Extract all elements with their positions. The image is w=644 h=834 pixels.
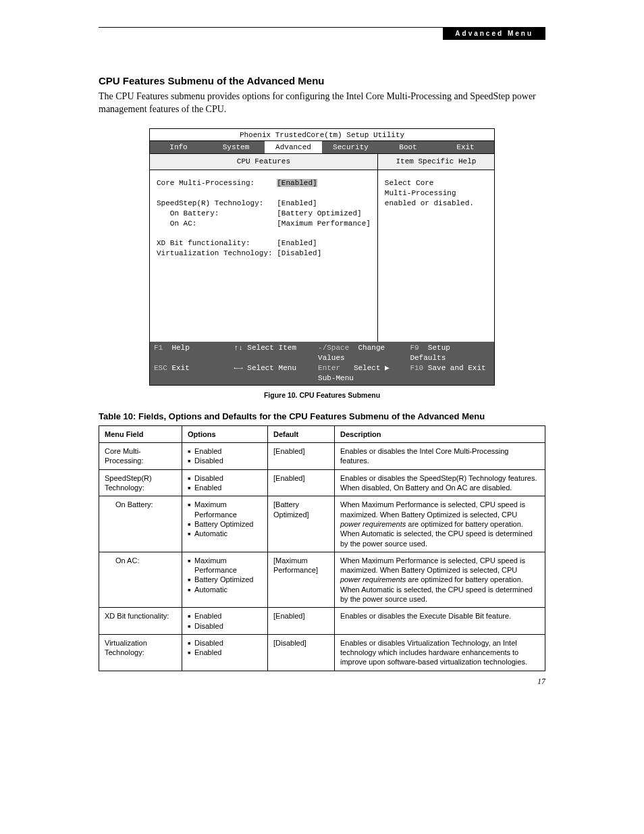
table-header-cell: Options: [182, 425, 268, 442]
option-item: Enabled: [194, 611, 262, 621]
bios-setting-row: [157, 229, 371, 239]
menu-field-cell: On AC:: [99, 552, 182, 607]
menu-field-cell: SpeedStep(R) Technology:: [99, 469, 182, 496]
menu-field-cell: Virtualization Technology:: [99, 634, 182, 671]
bios-tab-exit: Exit: [437, 141, 494, 154]
option-item: Disabled: [194, 473, 262, 483]
bios-setting-row: SpeedStep(R) Technology: [Enabled]: [157, 199, 371, 209]
options-cell: DisabledEnabled: [182, 469, 268, 496]
description-cell: Enables or disables the Intel Core Multi…: [335, 443, 545, 470]
bios-tab-boot: Boot: [379, 141, 437, 154]
bios-setting-row: Core Multi-Processing: [Enabled]: [157, 178, 371, 188]
bios-footer-cell: F10 Save and Exit: [410, 363, 490, 384]
option-item: Battery Optimized: [194, 519, 262, 529]
option-item: Enabled: [194, 446, 262, 456]
default-cell: [Enabled]: [268, 469, 335, 496]
option-item: Enabled: [194, 648, 262, 657]
table-row: Virtualization Technology:DisabledEnable…: [99, 634, 545, 671]
menu-field-cell: XD Bit functionality:: [99, 608, 182, 635]
option-item: Maximum Performance: [194, 500, 262, 519]
intro-paragraph: The CPU Features submenu provides option…: [99, 90, 545, 116]
bios-footer: F1 Help↑↓ Select Item-/Space Change Valu…: [150, 342, 494, 384]
bios-setting-row: [157, 188, 371, 199]
option-item: Disabled: [194, 456, 262, 465]
options-cell: Maximum PerformanceBattery OptimizedAuto…: [182, 552, 268, 607]
option-item: Disabled: [194, 638, 262, 648]
options-cell: Maximum PerformanceBattery OptimizedAuto…: [182, 496, 268, 552]
menu-field-cell: On Battery:: [99, 496, 182, 552]
bios-footer-cell: F9 Setup Defaults: [410, 343, 490, 363]
table-row: On AC:Maximum PerformanceBattery Optimiz…: [99, 552, 545, 607]
bios-setting-row: Virtualization Technology: [Disabled]: [157, 249, 371, 259]
options-cell: DisabledEnabled: [182, 634, 268, 671]
options-cell: EnabledDisabled: [182, 443, 268, 470]
description-cell: When Maximum Performance is selected, CP…: [335, 496, 545, 552]
bios-footer-cell: ←→ Select Menu: [234, 363, 319, 384]
description-cell: Enables or disables Virtualization Techn…: [335, 634, 545, 671]
table-row: On Battery:Maximum PerformanceBattery Op…: [99, 496, 545, 552]
bios-tab-system: System: [207, 141, 265, 154]
bios-help-pane: Item Specific Help Select Core Multi-Pro…: [378, 154, 494, 342]
bios-setting-row: On Battery: [Battery Optimized]: [157, 209, 371, 219]
description-cell: When Maximum Performance is selected, CP…: [335, 552, 545, 607]
bios-setting-row: On AC: [Maximum Performance]: [157, 219, 371, 229]
bios-footer-cell: ↑↓ Select Item: [234, 343, 319, 363]
bios-tab-security: Security: [322, 141, 379, 154]
bios-footer-cell: F1 Help: [154, 343, 234, 363]
bios-left-pane: CPU Features Core Multi-Processing: [Ena…: [150, 154, 378, 342]
description-cell: Enables or disables the Execute Disable …: [335, 608, 545, 635]
bios-help-text: Select Core Multi-Processing enabled or …: [378, 170, 494, 217]
bios-menubar: InfoSystemAdvancedSecurityBootExit: [150, 141, 494, 155]
menu-field-cell: Core Multi-Processing:: [99, 443, 182, 470]
option-item: Automatic: [194, 529, 262, 538]
figure-caption: Figure 10. CPU Features Submenu: [99, 391, 545, 399]
bios-setting-row: XD Bit functionality: [Enabled]: [157, 238, 371, 249]
section-heading: CPU Features Submenu of the Advanced Men…: [99, 75, 545, 86]
option-item: Disabled: [194, 621, 262, 631]
bios-right-title: Item Specific Help: [378, 154, 494, 170]
option-item: Battery Optimized: [194, 575, 262, 584]
default-cell: [Enabled]: [268, 608, 335, 635]
option-item: Automatic: [194, 585, 262, 594]
default-cell: [Maximum Performance]: [268, 552, 335, 607]
default-cell: [Disabled]: [268, 634, 335, 671]
table-row: XD Bit functionality:EnabledDisabled[Ena…: [99, 608, 545, 635]
bios-left-title: CPU Features: [150, 154, 377, 170]
document-page: Advanced Menu CPU Features Submenu of th…: [0, 0, 644, 714]
bios-footer-cell: ESC Exit: [154, 363, 234, 384]
option-item: Enabled: [194, 483, 262, 492]
options-table: Menu FieldOptionsDefaultDescription Core…: [99, 425, 545, 671]
option-item: Maximum Performance: [194, 556, 262, 575]
bios-screenshot: Phoenix TrustedCore(tm) Setup Utility In…: [149, 128, 495, 386]
default-cell: [Enabled]: [268, 443, 335, 470]
bios-footer-cell: -/Space Change Values: [318, 343, 410, 363]
page-number: 17: [99, 677, 545, 687]
table-row: Core Multi-Processing:EnabledDisabled[En…: [99, 443, 545, 470]
table-row: SpeedStep(R) Technology:DisabledEnabled[…: [99, 469, 545, 496]
bios-footer-cell: Enter Select ▶ Sub-Menu: [318, 363, 410, 384]
options-cell: EnabledDisabled: [182, 608, 268, 635]
default-cell: [Battery Optimized]: [268, 496, 335, 552]
table-caption: Table 10: Fields, Options and Defaults f…: [99, 411, 545, 421]
section-tab: Advanced Menu: [443, 27, 545, 40]
bios-tab-advanced: Advanced: [265, 141, 322, 154]
bios-tab-info: Info: [150, 141, 207, 154]
table-header-cell: Description: [335, 425, 545, 442]
bios-settings: Core Multi-Processing: [Enabled] SpeedSt…: [150, 170, 377, 267]
bios-title: Phoenix TrustedCore(tm) Setup Utility: [150, 129, 494, 141]
table-header-cell: Menu Field: [99, 425, 182, 442]
table-header-row: Menu FieldOptionsDefaultDescription: [99, 425, 545, 442]
description-cell: Enables or disables the SpeedStep(R) Tec…: [335, 469, 545, 496]
table-header-cell: Default: [268, 425, 335, 442]
